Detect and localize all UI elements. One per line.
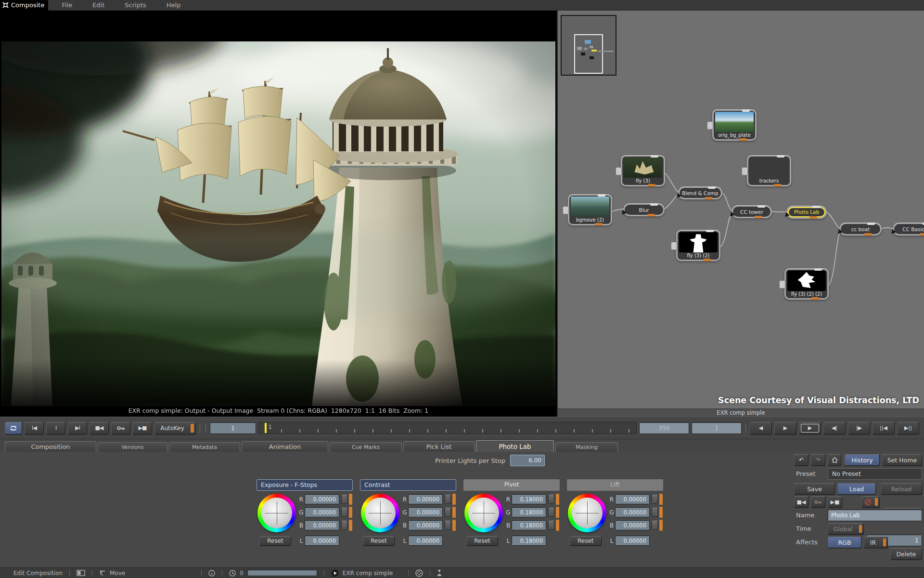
contrast-reset-button[interactable]: Reset xyxy=(363,536,395,546)
home-button[interactable] xyxy=(828,454,841,466)
node-marker-tab[interactable] xyxy=(739,138,747,141)
prev-keyframe-button[interactable]: ■◀ xyxy=(90,422,109,434)
film-reel-icon[interactable] xyxy=(415,569,423,577)
channel-link-button[interactable] xyxy=(652,521,658,530)
node-marker-tab[interactable] xyxy=(811,297,819,300)
pivot-header-button[interactable]: Pivot xyxy=(463,479,560,491)
animation-stripe[interactable] xyxy=(556,520,559,531)
lift-header-button[interactable]: Lift xyxy=(567,479,663,491)
next-keyframe-button[interactable]: ▶■ xyxy=(133,422,152,434)
channel-link-button[interactable] xyxy=(341,508,347,517)
animation-stripe[interactable] xyxy=(556,494,559,505)
contrast-header-button[interactable]: Contrast xyxy=(360,479,456,491)
contrast-b-field[interactable] xyxy=(408,520,443,530)
name-field[interactable] xyxy=(828,510,922,521)
menu-scripts[interactable]: Scripts xyxy=(118,1,153,9)
pivot-r-field[interactable] xyxy=(512,494,546,504)
node-marker-tab[interactable] xyxy=(595,223,603,225)
menu-file[interactable]: File xyxy=(55,1,79,9)
minimap[interactable] xyxy=(561,15,616,76)
menu-edit[interactable]: Edit xyxy=(86,1,111,9)
preset-dropdown[interactable]: No Preset xyxy=(828,468,922,480)
play-reverse-button[interactable]: ◀ xyxy=(750,422,772,434)
end-frame-field[interactable] xyxy=(639,422,689,434)
goto-out-button[interactable]: ▶I xyxy=(68,422,87,434)
animation-stripe[interactable] xyxy=(452,520,456,531)
goto-start-button[interactable]: ||◀ xyxy=(873,422,895,434)
node-blend-comp[interactable]: Blend & Comp xyxy=(678,186,722,199)
disable-button[interactable] xyxy=(861,496,880,508)
delete-button[interactable]: Delete xyxy=(890,548,922,560)
tab-masking[interactable]: Masking xyxy=(555,442,618,452)
node-marker-tab[interactable] xyxy=(774,184,782,186)
history-button[interactable]: History xyxy=(845,454,880,466)
node-marker-tab[interactable] xyxy=(647,214,655,216)
channel-link-button[interactable] xyxy=(652,495,658,504)
play-mode-button[interactable]: ▶ xyxy=(799,422,821,434)
node-blur[interactable]: Blur xyxy=(623,203,665,216)
node-graph[interactable]: orig_bg_plate fly (3) trackers xyxy=(557,11,924,417)
node-output-tab[interactable] xyxy=(867,223,875,225)
animation-stripe[interactable] xyxy=(556,507,559,518)
exposure-reset-button[interactable]: Reset xyxy=(259,536,291,546)
animation-stripe[interactable] xyxy=(659,507,663,518)
tab-animation[interactable]: Animation xyxy=(242,441,328,452)
contrast-l-field[interactable] xyxy=(408,536,443,546)
reload-button[interactable]: Reload xyxy=(881,483,922,495)
load-button[interactable]: Load xyxy=(837,483,876,495)
node-bgmove-2[interactable]: bgmove (2) xyxy=(568,194,612,225)
pivot-l-field[interactable] xyxy=(512,536,546,546)
animation-stripe[interactable] xyxy=(349,507,352,518)
node-cc-basics[interactable]: CC Basics xyxy=(893,223,924,236)
key-lock-button[interactable] xyxy=(811,496,825,508)
pivot-color-wheel[interactable] xyxy=(464,494,503,532)
mark-frame-button[interactable]: I xyxy=(46,422,65,434)
exposure-color-wheel[interactable] xyxy=(257,494,296,532)
animation-stripe[interactable] xyxy=(452,494,456,505)
channel-link-button[interactable] xyxy=(445,495,451,504)
info-icon[interactable] xyxy=(208,570,215,577)
lift-r-field[interactable] xyxy=(615,494,650,504)
undo-button[interactable]: ↶ xyxy=(794,454,808,466)
prev-keyframe-button[interactable]: ■◀ xyxy=(794,496,808,508)
exposure-g-field[interactable] xyxy=(305,507,339,517)
exposure-header-button[interactable]: Exposure - F-Stops xyxy=(257,479,353,491)
menu-help[interactable]: Help xyxy=(160,1,188,9)
set-home-button[interactable]: Set Home xyxy=(882,454,922,466)
animation-stripe[interactable] xyxy=(452,507,456,518)
channel-link-button[interactable] xyxy=(341,521,347,530)
frame-increment-field[interactable] xyxy=(692,422,742,434)
pivot-reset-button[interactable]: Reset xyxy=(466,536,498,546)
tab-metadata[interactable]: Metadata xyxy=(169,442,240,452)
affects-ir-button[interactable]: IR xyxy=(864,537,888,548)
play-forward-button[interactable]: ▶ xyxy=(774,422,796,434)
play-status-icon[interactable] xyxy=(331,569,339,577)
tab-photo-lab[interactable]: Photo Lab xyxy=(476,440,554,452)
goto-in-button[interactable]: I◀ xyxy=(25,422,44,434)
channel-link-button[interactable] xyxy=(445,521,451,530)
exposure-b-field[interactable] xyxy=(305,520,339,530)
user-icon[interactable] xyxy=(437,569,442,577)
timeline-ruler[interactable]: 1 xyxy=(258,422,637,434)
save-button[interactable]: Save xyxy=(794,483,835,495)
affects-rgb-button[interactable]: RGB xyxy=(828,537,861,548)
contrast-g-field[interactable] xyxy=(408,507,443,517)
current-frame-field[interactable] xyxy=(210,422,256,434)
lift-g-field[interactable] xyxy=(615,507,650,517)
node-marker-tab[interactable] xyxy=(755,216,762,218)
tab-versions[interactable]: Versions xyxy=(98,442,167,452)
channel-link-button[interactable] xyxy=(445,508,451,517)
contrast-r-field[interactable] xyxy=(408,494,443,504)
node-output-tab[interactable] xyxy=(757,205,765,208)
exposure-l-field[interactable] xyxy=(305,536,339,546)
node-trackers[interactable]: trackers xyxy=(747,155,791,186)
lift-color-wheel[interactable] xyxy=(568,494,606,532)
redo-button[interactable]: ↷ xyxy=(811,454,825,466)
node-cc-tower[interactable]: CC tower xyxy=(732,205,772,218)
lift-b-field[interactable] xyxy=(615,520,650,530)
autokey-button[interactable]: AutoKey xyxy=(154,422,196,434)
node-output-tab[interactable] xyxy=(812,206,820,208)
layout-icon[interactable] xyxy=(77,570,85,576)
node-marker-tab[interactable] xyxy=(703,259,711,261)
node-marker-tab[interactable] xyxy=(705,197,713,199)
